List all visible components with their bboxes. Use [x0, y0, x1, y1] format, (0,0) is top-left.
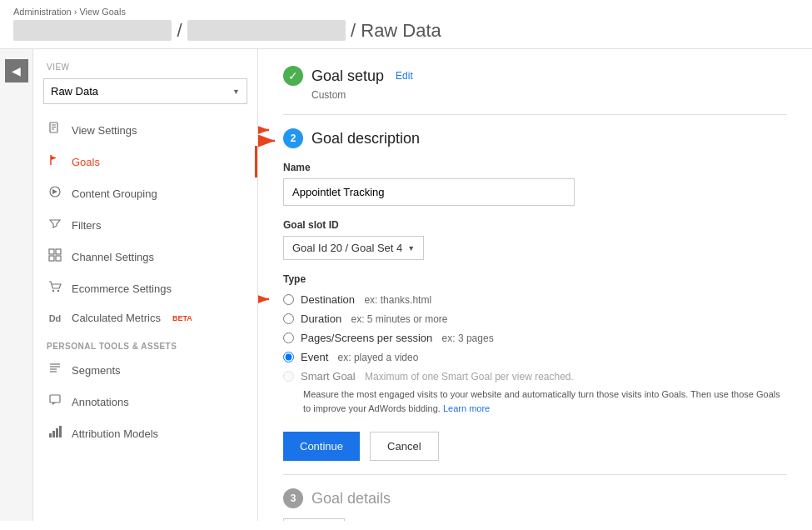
smart-goal-desc: Measure the most engaged visits to your …	[303, 388, 786, 415]
name-label: Name	[283, 162, 787, 173]
name-form-group: Name	[283, 162, 787, 206]
breadcrumb: Administration › View Goals	[13, 7, 799, 17]
svg-rect-8	[56, 256, 61, 261]
calculated-metrics-label: Calculated Metrics	[72, 312, 161, 324]
content-grouping-icon	[47, 185, 63, 202]
calculated-metrics-icon: Dd	[47, 313, 63, 323]
goals-icon	[47, 153, 63, 170]
svg-rect-6	[56, 249, 61, 254]
content-grouping-label: Content Grouping	[72, 188, 157, 200]
smart-goal-label: Smart Goal	[301, 370, 356, 382]
personal-tools-label: PERSONAL TOOLS & ASSETS	[33, 332, 257, 354]
event-ex: ex: played a video	[335, 352, 418, 363]
svg-rect-17	[52, 431, 55, 438]
svg-point-10	[57, 290, 59, 292]
sidebar-item-channel-settings[interactable]: Channel Settings	[33, 241, 257, 272]
duration-ex: ex: 5 minutes or more	[348, 313, 447, 325]
type-radio-group: Destination ex: thanks.html Duration ex:…	[283, 293, 787, 415]
pages-label: Pages/Screens per session	[301, 332, 432, 344]
event-label: Event	[301, 351, 328, 363]
svg-rect-15	[50, 395, 60, 402]
goal-details-title: Goal details	[311, 490, 391, 508]
sidebar-item-segments[interactable]: Segments	[33, 354, 257, 386]
cancel-button[interactable]: Cancel	[370, 432, 438, 461]
ecommerce-label: Ecommerce Settings	[72, 282, 172, 295]
sidebar-item-view-settings[interactable]: View Settings	[33, 114, 257, 146]
attribution-models-icon	[47, 425, 63, 442]
sidebar-item-filters[interactable]: Filters	[33, 209, 257, 241]
svg-rect-7	[49, 256, 54, 261]
destination-radio[interactable]	[283, 294, 294, 305]
view-label: VIEW	[33, 58, 257, 75]
annotations-label: Annotations	[72, 396, 129, 408]
learn-more-link[interactable]: Learn more	[443, 403, 490, 413]
event-radio[interactable]	[283, 352, 294, 362]
attribution-models-label: Attribution Models	[72, 428, 158, 440]
type-duration[interactable]: Duration ex: 5 minutes or more	[283, 312, 787, 325]
goal-slot-label: Goal slot ID	[283, 219, 787, 231]
type-event[interactable]: Event ex: played a video	[283, 351, 787, 363]
goals-label: Goals	[72, 156, 100, 168]
goal-slot-value: Goal Id 20 / Goal Set 4	[292, 242, 402, 254]
segments-icon	[47, 362, 63, 378]
nav-sidebar: VIEW Raw Data View Settings	[33, 49, 258, 521]
sidebar-item-attribution-models[interactable]: Attribution Models	[33, 418, 257, 449]
ecommerce-icon	[47, 280, 63, 297]
main-nav: View Settings Goals Co	[33, 114, 257, 332]
type-pages-screens[interactable]: Pages/Screens per session ex: 3 pages	[283, 332, 787, 344]
step3-num: 3	[283, 488, 303, 508]
type-destination[interactable]: Destination ex: thanks.html	[283, 293, 787, 306]
destination-ex: ex: thanks.html	[361, 294, 431, 306]
smart-goal-ex: Maximum of one Smart Goal per view reach…	[362, 371, 574, 382]
goal-setup-sublabel: Custom	[311, 89, 787, 101]
svg-rect-19	[59, 426, 62, 438]
beta-badge: BETA	[172, 314, 192, 322]
view-selector[interactable]: Raw Data	[44, 79, 247, 103]
goal-slot-group: Goal slot ID Goal Id 20 / Goal Set 4	[283, 219, 787, 260]
smart-goal-radio[interactable]	[283, 371, 294, 382]
sidebar-item-ecommerce[interactable]: Ecommerce Settings	[33, 272, 257, 304]
name-input[interactable]	[283, 178, 575, 206]
annotations-icon	[47, 393, 63, 410]
goal-description-header: 2 Goal description	[283, 128, 787, 148]
type-group: Type Destination ex: thanks.html Duratio…	[283, 273, 787, 415]
sidebar-item-goals[interactable]: Goals	[33, 146, 257, 178]
pages-ex: ex: 3 pages	[439, 332, 493, 344]
goal-details-cancel[interactable]: Cancel	[283, 518, 345, 521]
channel-settings-label: Channel Settings	[72, 251, 154, 263]
svg-rect-16	[49, 433, 52, 438]
view-settings-icon	[47, 122, 63, 138]
sidebar-item-calculated-metrics[interactable]: Dd Calculated Metrics BETA	[33, 304, 257, 332]
continue-button[interactable]: Continue	[283, 432, 360, 461]
step2-num: 2	[283, 128, 303, 148]
back-button[interactable]: ◀	[5, 59, 28, 82]
page-title: European Bedding / European Bedding / Ra…	[13, 20, 799, 42]
filters-label: Filters	[72, 219, 101, 232]
svg-rect-18	[56, 428, 58, 438]
duration-label: Duration	[301, 312, 341, 325]
goal-setup-title: Goal setup	[311, 68, 384, 85]
pages-radio[interactable]	[283, 332, 294, 343]
svg-point-9	[52, 290, 54, 292]
duration-radio[interactable]	[283, 313, 294, 324]
svg-rect-5	[49, 249, 54, 254]
channel-settings-icon	[47, 248, 63, 265]
type-smart-goal[interactable]: Smart Goal Maximum of one Smart Goal per…	[283, 370, 787, 382]
goal-details-header: 3 Goal details	[283, 488, 787, 508]
view-selector-wrapper[interactable]: Raw Data	[43, 78, 247, 104]
view-settings-label: View Settings	[72, 124, 137, 137]
goal-setup-header: ✓ Goal setup Edit	[283, 66, 787, 86]
type-label: Type	[283, 273, 787, 285]
step1-check: ✓	[283, 66, 303, 86]
main-content: ✓ Goal setup Edit Custom 2 Goal descript…	[258, 49, 812, 521]
goal-setup-edit[interactable]: Edit	[396, 70, 413, 82]
sidebar-item-content-grouping[interactable]: Content Grouping	[33, 178, 257, 209]
action-buttons: Continue Cancel	[283, 432, 787, 461]
filters-icon	[47, 217, 63, 233]
goal-description-title: Goal description	[311, 130, 420, 148]
sidebar-item-annotations[interactable]: Annotations	[33, 386, 257, 418]
segments-label: Segments	[72, 364, 121, 377]
goal-slot-selector[interactable]: Goal Id 20 / Goal Set 4	[283, 236, 424, 260]
destination-label: Destination	[301, 293, 355, 306]
